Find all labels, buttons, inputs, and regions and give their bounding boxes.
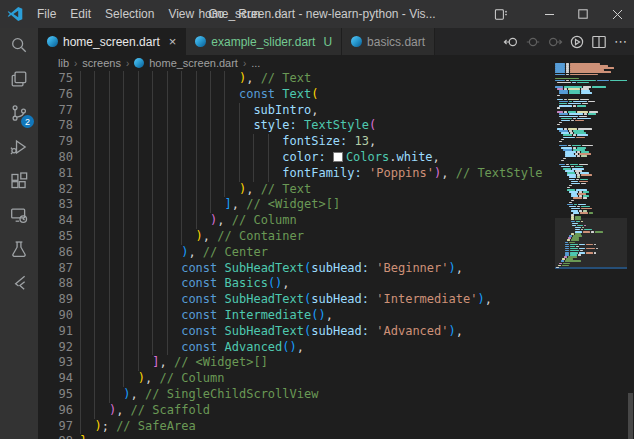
line-number[interactable]: 92 (38, 340, 73, 356)
line-number[interactable]: 89 (38, 292, 73, 308)
testing-icon[interactable] (0, 232, 38, 266)
code-text: ), // Center (80, 245, 268, 261)
line-number[interactable]: 85 (38, 229, 73, 245)
code-line[interactable]: 80 color: Colors.white, (38, 150, 555, 166)
editor-actions: ⋯ (502, 28, 629, 55)
code-text: } (80, 434, 87, 439)
code-line[interactable]: 75 ), // Text (38, 71, 555, 87)
close-button[interactable] (600, 0, 634, 28)
scrollbar-thumb[interactable] (628, 393, 633, 439)
code-editor[interactable]: 75 ), // Text76 const Text(77 subIntro,7… (38, 71, 555, 439)
code-text: ), // Column (80, 213, 297, 229)
line-number[interactable]: 88 (38, 276, 73, 292)
line-number[interactable]: 95 (38, 387, 73, 403)
code-line[interactable]: 89 const SubHeadText(subHead: 'Intermedi… (38, 292, 555, 308)
menu-edit[interactable]: Edit (63, 0, 98, 28)
code-line[interactable]: 95 ), // SingleChildScrollView (38, 387, 555, 403)
line-number[interactable]: 76 (38, 87, 73, 103)
line-number[interactable]: 87 (38, 261, 73, 277)
breadcrumb-item[interactable]: screens (82, 57, 121, 69)
code-line[interactable]: 79 fontSize: 13, (38, 134, 555, 150)
breadcrumb-item[interactable]: ... (251, 57, 260, 69)
window-title: home_screen.dart - new-learn-python - Vi… (198, 7, 435, 21)
tab-bar: home_screen.dart × example_slider.dart U… (38, 28, 634, 55)
code-line[interactable]: 93 ], // <Widget>[] (38, 355, 555, 371)
color-swatch-white[interactable] (333, 152, 343, 162)
run-and-debug-icon[interactable] (0, 130, 38, 164)
code-line[interactable]: 96 ), // Scaffold (38, 403, 555, 419)
code-text: const Basics(), (80, 276, 290, 292)
search-icon[interactable] (0, 28, 38, 62)
vscode-logo-icon (7, 6, 23, 22)
code-text: ), // Scaffold (80, 403, 210, 419)
code-line[interactable]: 97 ); // SafeArea (38, 419, 555, 435)
minimap[interactable] (555, 55, 627, 439)
line-number[interactable]: 75 (38, 71, 73, 87)
line-number[interactable]: 84 (38, 213, 73, 229)
line-number[interactable]: 91 (38, 324, 73, 340)
code-line[interactable]: 87 const SubHeadText(subHead: 'Beginner'… (38, 261, 555, 277)
code-line[interactable]: 85 ), // Container (38, 229, 555, 245)
code-text: subIntro, (80, 103, 318, 119)
code-line[interactable]: 78 style: TextStyle( (38, 118, 555, 134)
run-code-icon[interactable] (568, 33, 585, 50)
tab-label: example_slider.dart (211, 35, 315, 49)
line-number[interactable]: 79 (38, 134, 73, 150)
menu-selection[interactable]: Selection (98, 0, 161, 28)
line-number[interactable]: 96 (38, 403, 73, 419)
line-number[interactable]: 78 (38, 118, 73, 134)
code-line[interactable]: 94 ), // Column (38, 371, 555, 387)
breadcrumb-item[interactable]: home_screen.dart (149, 57, 238, 69)
minimize-button[interactable] (532, 0, 566, 28)
code-line[interactable]: 83 ], // <Widget>[] (38, 197, 555, 213)
code-text: const SubHeadText(subHead: 'Beginner'), (80, 261, 463, 277)
git-untracked-badge: U (323, 35, 332, 49)
code-line[interactable]: 77 subIntro, (38, 103, 555, 119)
line-number[interactable]: 82 (38, 182, 73, 198)
maximize-button[interactable] (566, 0, 600, 28)
code-line[interactable]: 90 const Intermediate(), (38, 308, 555, 324)
line-number[interactable]: 86 (38, 245, 73, 261)
customize-layout-icon[interactable] (484, 0, 518, 28)
line-number[interactable]: 81 (38, 166, 73, 182)
nav-circle-icon[interactable] (524, 33, 541, 50)
code-line[interactable]: 92 const Advanced(), (38, 340, 555, 356)
line-number[interactable]: 77 (38, 103, 73, 119)
line-number[interactable]: 94 (38, 371, 73, 387)
code-line[interactable]: 76 const Text( (38, 87, 555, 103)
line-number[interactable]: 97 (38, 419, 73, 435)
code-line[interactable]: 82 ), // Text (38, 182, 555, 198)
nav-back-icon[interactable] (502, 33, 519, 50)
line-number[interactable]: 98 (38, 434, 73, 439)
code-line[interactable]: 88 const Basics(), (38, 276, 555, 292)
breadcrumb-item[interactable]: lib (58, 57, 69, 69)
extensions-icon[interactable] (0, 164, 38, 198)
nav-forward-icon[interactable] (546, 33, 563, 50)
tab-example-slider-dart[interactable]: example_slider.dart U (186, 28, 342, 55)
menu-file[interactable]: File (30, 0, 63, 28)
line-number[interactable]: 83 (38, 197, 73, 213)
breadcrumb-separator: › (126, 58, 129, 69)
menu-view[interactable]: View (161, 0, 201, 28)
more-actions-icon[interactable]: ⋯ (612, 33, 629, 50)
tab-home-screen-dart[interactable]: home_screen.dart × (38, 28, 186, 55)
source-control-icon[interactable]: 2 (0, 96, 38, 130)
breadcrumb-separator: › (243, 58, 246, 69)
tab-basics-dart[interactable]: basics.dart (342, 28, 435, 55)
line-number[interactable]: 90 (38, 308, 73, 324)
line-number[interactable]: 80 (38, 150, 73, 166)
code-line[interactable]: 98} (38, 434, 555, 439)
flutter-icon[interactable] (0, 266, 38, 300)
code-line[interactable]: 91 const SubHeadText(subHead: 'Advanced'… (38, 324, 555, 340)
remote-explorer-icon[interactable] (0, 198, 38, 232)
explorer-icon[interactable] (0, 62, 38, 96)
code-line[interactable]: 86 ), // Center (38, 245, 555, 261)
split-editor-icon[interactable] (590, 33, 607, 50)
code-text: const Text( (80, 87, 318, 103)
editor-scrollbar[interactable] (627, 55, 634, 439)
code-line[interactable]: 81 fontFamily: 'Poppins'), // TextStyle (38, 166, 555, 182)
code-text: ], // <Widget>[] (80, 355, 268, 371)
line-number[interactable]: 93 (38, 355, 73, 371)
close-tab-icon[interactable]: × (169, 34, 177, 49)
code-line[interactable]: 84 ), // Column (38, 213, 555, 229)
